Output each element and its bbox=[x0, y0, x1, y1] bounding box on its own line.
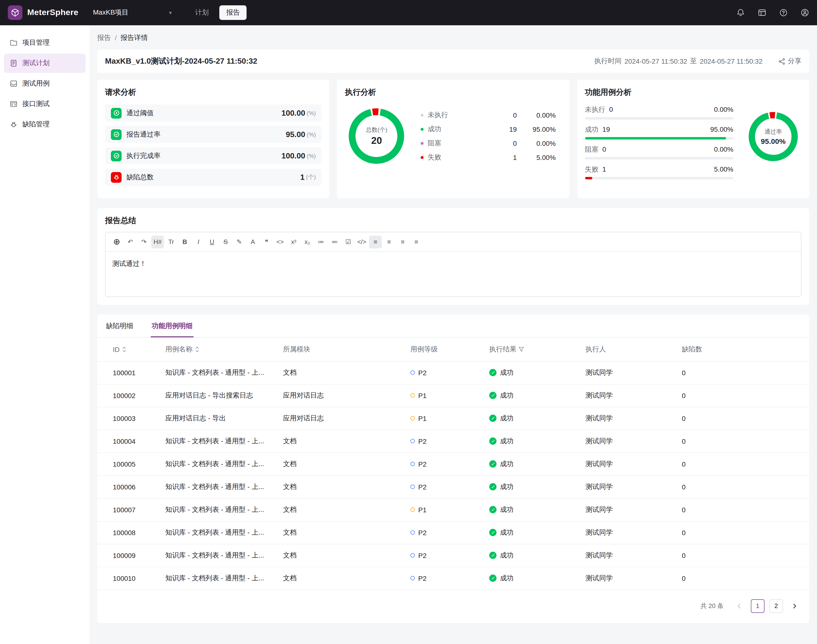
cell-case-name[interactable]: 应用对话日志 - 导出搜索日志 bbox=[161, 384, 279, 407]
sidebar-item-api-test[interactable]: 接口测试 bbox=[4, 94, 86, 114]
cell-result: 成功 bbox=[485, 361, 582, 384]
toolbar-highlight-button[interactable]: ✎ bbox=[233, 236, 246, 248]
toolbar-undo-button[interactable]: ↶ bbox=[124, 236, 137, 248]
sidebar-item-bug-management[interactable]: 缺陷管理 bbox=[4, 115, 86, 134]
metric-row-threshold: 通过阈值 100.00 (%) bbox=[105, 104, 322, 121]
cell-case-name[interactable]: 知识库 - 文档列表 - 通用型 - 上... bbox=[161, 452, 279, 475]
cell-case-name[interactable]: 知识库 - 文档列表 - 通用型 - 上... bbox=[161, 475, 279, 498]
table-row: 100002 应用对话日志 - 导出搜索日志 应用对话日志 P1 成功 测试同学… bbox=[97, 384, 809, 407]
menu-report[interactable]: 报告 bbox=[219, 5, 247, 20]
cell-case-name[interactable]: 知识库 - 文档列表 - 通用型 - 上... bbox=[161, 544, 279, 567]
tab-functional-case-detail[interactable]: 功能用例明细 bbox=[151, 314, 194, 337]
report-title: MaxKB_v1.0测试计划-2024-05-27 11:50:32 bbox=[105, 56, 257, 66]
request-analysis-card: 请求分析 通过阈值 100.00 (%) 报告通过率 95.00 (%) bbox=[97, 80, 329, 198]
toolbar-superscript-button[interactable]: x² bbox=[287, 236, 300, 248]
cell-defects: 0 bbox=[678, 544, 809, 567]
cell-case-name[interactable]: 知识库 - 文档列表 - 通用型 - 上... bbox=[161, 498, 279, 521]
toolbar-font-size-button[interactable]: Tr bbox=[165, 236, 178, 248]
toolbar-align-right-button[interactable]: ≡ bbox=[396, 236, 409, 248]
sidebar-item-test-plan[interactable]: 测试计划 bbox=[4, 54, 86, 73]
cell-case-name[interactable]: 知识库 - 文档列表 - 通用型 - 上... bbox=[161, 521, 279, 544]
legend-dot bbox=[421, 127, 424, 130]
prev-page-button[interactable] bbox=[733, 599, 746, 613]
sort-icon[interactable] bbox=[121, 346, 127, 353]
sidebar-item-test-case[interactable]: 测试用例 bbox=[4, 74, 86, 93]
toolbar-align-center-button[interactable]: ≡ bbox=[383, 236, 395, 248]
toolbar-inline-code-button[interactable]: <> bbox=[274, 236, 286, 248]
sidebar-item-project-management[interactable]: 项目管理 bbox=[4, 33, 86, 52]
cell-case-name[interactable]: 知识库 - 文档列表 - 通用型 - 上... bbox=[161, 430, 279, 452]
toolbar-strikethrough-button[interactable]: S bbox=[219, 236, 232, 248]
page-2-button[interactable]: 2 bbox=[769, 599, 783, 613]
navbar-actions bbox=[736, 8, 809, 17]
project-selector[interactable]: MaxKB项目 ▾ bbox=[93, 8, 172, 17]
avatar-icon[interactable] bbox=[800, 8, 809, 17]
cell-level: P2 bbox=[407, 452, 485, 475]
toolbar-bullet-list-button[interactable]: ≔ bbox=[315, 236, 327, 248]
cell-level: P1 bbox=[407, 384, 485, 407]
share-button[interactable]: 分享 bbox=[778, 57, 802, 66]
page-1-button[interactable]: 1 bbox=[751, 599, 765, 613]
cell-case-name[interactable]: 应用对话日志 - 导出 bbox=[161, 407, 279, 430]
bug-icon bbox=[10, 121, 17, 128]
progress-fill bbox=[585, 177, 592, 179]
summary-content[interactable]: 测试通过！ bbox=[106, 252, 801, 296]
toolbar-italic-button[interactable]: I bbox=[192, 236, 205, 248]
toolbar-subscript-button[interactable]: x₂ bbox=[301, 236, 314, 248]
notification-bell-icon[interactable] bbox=[736, 8, 745, 17]
toolbar-font-color-button[interactable]: A bbox=[247, 236, 259, 248]
pagination: 共 20 条 1 2 bbox=[97, 590, 809, 622]
toolbar-align-justify-button[interactable]: ≡ bbox=[410, 236, 422, 248]
cell-id: 100002 bbox=[97, 384, 161, 407]
toolbar-code-block-button[interactable]: </> bbox=[355, 236, 368, 248]
summary-title: 报告总结 bbox=[105, 216, 802, 226]
success-check-icon bbox=[489, 506, 496, 514]
cell-result: 成功 bbox=[485, 475, 582, 498]
breadcrumb-reports-link[interactable]: 报告 bbox=[97, 34, 111, 42]
cell-case-name[interactable]: 知识库 - 文档列表 - 通用型 - 上... bbox=[161, 567, 279, 590]
sort-icon[interactable] bbox=[195, 346, 200, 353]
cell-executor: 测试同学 bbox=[582, 521, 678, 544]
toolbar-underline-button[interactable]: U bbox=[206, 236, 218, 248]
rich-text-editor: ⊕ ↶ ↷ H# Tr B I U S ✎ A ❝ <> x² bbox=[105, 232, 802, 297]
cell-id: 100008 bbox=[97, 521, 161, 544]
toolbar-bold-button[interactable]: B bbox=[178, 236, 191, 248]
filter-icon[interactable] bbox=[518, 347, 524, 353]
main-content: 报告 / 报告详情 MaxKB_v1.0测试计划-2024-05-27 11:5… bbox=[89, 25, 817, 644]
legend-dot bbox=[421, 142, 424, 144]
toolbar-ordered-list-button[interactable]: ≕ bbox=[328, 236, 341, 248]
pass-rate-donut-chart: 通过率 95.00% bbox=[745, 108, 802, 165]
table-row: 100008 知识库 - 文档列表 - 通用型 - 上... 文档 P2 成功 … bbox=[97, 521, 809, 544]
cell-case-name[interactable]: 知识库 - 文档列表 - 通用型 - 上... bbox=[161, 361, 279, 384]
table-row: 100007 知识库 - 文档列表 - 通用型 - 上... 文档 P1 成功 … bbox=[97, 498, 809, 521]
stat-row-fail: 失败 1 5.00% bbox=[585, 165, 733, 179]
col-result[interactable]: 执行结果 bbox=[485, 338, 582, 361]
progress-track bbox=[585, 177, 733, 179]
toolbar-redo-button[interactable]: ↷ bbox=[138, 236, 150, 248]
col-case-name[interactable]: 用例名称 bbox=[161, 338, 279, 361]
col-defects: 缺陷数 bbox=[678, 338, 809, 361]
col-id[interactable]: ID bbox=[97, 338, 161, 361]
legend-row-fail: 失败 1 5.00% bbox=[421, 152, 556, 163]
toolbar-align-left-button[interactable]: ≡ bbox=[369, 236, 382, 248]
legend-row-blocked: 阻塞 0 0.00% bbox=[421, 138, 556, 148]
toolbar-heading-button[interactable]: H# bbox=[151, 236, 164, 248]
next-page-button[interactable] bbox=[788, 599, 802, 613]
success-check-icon bbox=[489, 438, 496, 445]
help-icon[interactable] bbox=[779, 8, 788, 17]
tab-defect-detail[interactable]: 缺陷明细 bbox=[105, 314, 134, 337]
cell-level: P1 bbox=[407, 498, 485, 521]
progress-track bbox=[585, 157, 733, 159]
page: MeterSphere MaxKB项目 ▾ 计划 报告 项目管理 测试计划 bbox=[0, 0, 817, 644]
toolbar-blockquote-button[interactable]: ❝ bbox=[260, 236, 273, 248]
level-dot bbox=[410, 462, 415, 466]
toolbar-insert-button[interactable]: ⊕ bbox=[111, 236, 123, 248]
toolbar-task-list-button[interactable]: ☑ bbox=[342, 236, 355, 248]
cell-level: P2 bbox=[407, 361, 485, 384]
top-navbar: MeterSphere MaxKB项目 ▾ 计划 报告 bbox=[0, 0, 817, 25]
workbench-icon[interactable] bbox=[758, 8, 766, 17]
menu-plan[interactable]: 计划 bbox=[188, 5, 215, 20]
cell-result: 成功 bbox=[485, 521, 582, 544]
card-title: 请求分析 bbox=[105, 87, 322, 98]
cell-level: P1 bbox=[407, 407, 485, 430]
